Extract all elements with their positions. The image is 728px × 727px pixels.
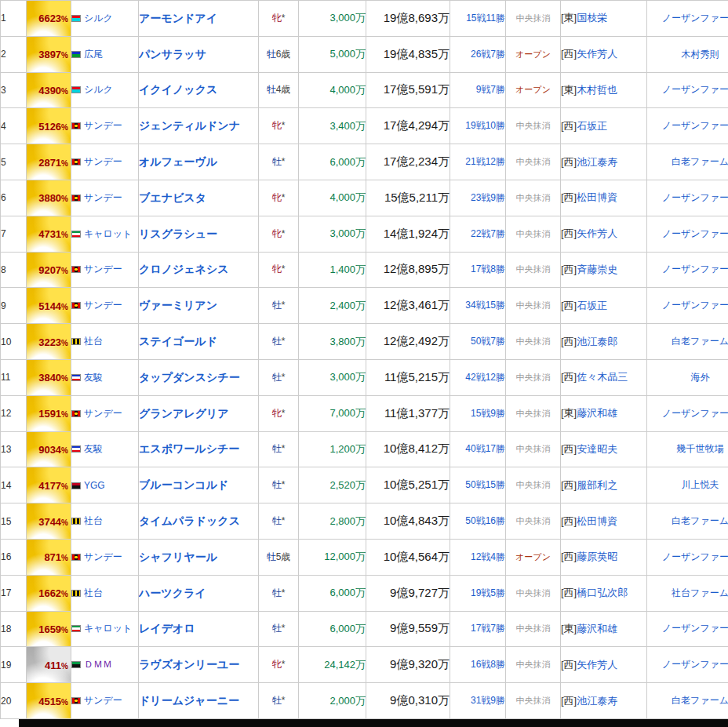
club-link[interactable]: YGG — [84, 480, 105, 491]
club-link[interactable]: サンデー — [84, 192, 122, 203]
record-link[interactable]: 17戦7勝 — [471, 623, 505, 634]
club-link[interactable]: サンデー — [84, 551, 122, 562]
horse-link[interactable]: パンサラッサ — [139, 48, 206, 60]
horse-link[interactable]: イクイノックス — [139, 83, 217, 96]
trainer-link[interactable]: 石坂正 — [577, 300, 607, 311]
horse-link[interactable]: ステイゴールド — [139, 335, 217, 347]
club-link[interactable]: キャロット — [84, 623, 132, 634]
horse-link[interactable]: ヴァーミリアン — [139, 299, 217, 311]
record-link[interactable]: 21戦12勝 — [465, 156, 505, 167]
trainer-link[interactable]: 石坂正 — [577, 120, 607, 132]
club-link[interactable]: サンデー — [84, 156, 122, 167]
record-link[interactable]: 15戦11勝 — [466, 13, 505, 24]
trainer-link[interactable]: 松田博資 — [577, 191, 617, 203]
horse-link[interactable]: エスポワールシチー — [139, 442, 239, 455]
horse-link[interactable]: グランアレグリア — [139, 407, 229, 420]
farm-link[interactable]: ノーザンファーム — [662, 623, 728, 634]
horse-link[interactable]: ドリームジャーニー — [139, 694, 239, 707]
club-link[interactable]: 社台 — [84, 515, 103, 526]
record-link[interactable]: 40戦17勝 — [465, 443, 505, 454]
farm-link[interactable]: ノーザンファーム — [662, 84, 728, 95]
farm-link[interactable]: 社台ファーム — [672, 587, 728, 598]
trainer-link[interactable]: 藤原英昭 — [577, 551, 617, 562]
record-link[interactable]: 34戦15勝 — [465, 300, 505, 311]
farm-link[interactable]: ノーザンファーム — [662, 192, 728, 203]
farm-link[interactable]: ノーザンファーム — [662, 120, 728, 131]
trainer-link[interactable]: 橋口弘次郎 — [577, 587, 628, 598]
farm-link[interactable]: ノーザンファーム — [662, 408, 728, 419]
horse-link[interactable]: クロノジェネシス — [139, 263, 229, 275]
trainer-link[interactable]: 池江泰郎 — [577, 336, 617, 347]
record-link[interactable]: 12戦4勝 — [471, 551, 505, 562]
trainer-link[interactable]: 服部利之 — [577, 479, 617, 491]
farm-link[interactable]: 白老ファーム — [672, 515, 728, 526]
farm-link[interactable]: ノーザンファーム — [662, 300, 728, 311]
farm-link[interactable]: 幾千世牧場 — [677, 443, 724, 454]
trainer-link[interactable]: 佐々木晶三 — [577, 371, 628, 383]
record-link[interactable]: 26戦7勝 — [471, 49, 505, 60]
trainer-link[interactable]: 松田博資 — [577, 515, 617, 527]
trainer-link[interactable]: 池江泰寿 — [577, 695, 617, 707]
horse-link[interactable]: タップダンスシチー — [139, 371, 240, 383]
club-link[interactable]: 友駿 — [84, 372, 103, 383]
club-link[interactable]: 社台 — [84, 587, 103, 598]
club-link[interactable]: キャロット — [84, 228, 132, 239]
club-link[interactable]: 広尾 — [84, 49, 103, 60]
trainer-link[interactable]: 矢作芳人 — [577, 227, 617, 239]
horse-link[interactable]: ブルーコンコルド — [139, 478, 228, 491]
trainer-link[interactable]: 池江泰寿 — [577, 156, 617, 168]
record-link[interactable]: 22戦7勝 — [471, 228, 505, 239]
trainer-link[interactable]: 矢作芳人 — [577, 659, 617, 671]
farm-link[interactable]: ノーザンファーム — [662, 264, 728, 274]
farm-link[interactable]: ノーザンファーム — [662, 659, 728, 670]
club-link[interactable]: サンデー — [84, 695, 122, 706]
horse-link[interactable]: レイデオロ — [139, 622, 195, 634]
record-link[interactable]: 15戦9勝 — [471, 408, 505, 419]
record-link[interactable]: 23戦9勝 — [471, 192, 505, 203]
farm-link[interactable]: 海外 — [691, 372, 710, 383]
record-link[interactable]: 50戦16勝 — [465, 515, 505, 526]
horse-link[interactable]: リスグラシュー — [139, 227, 217, 240]
horse-link[interactable]: タイムパラドックス — [139, 514, 240, 527]
record-link[interactable]: 16戦8勝 — [471, 659, 505, 670]
trainer-link[interactable]: 安達昭夫 — [577, 443, 617, 455]
club-link[interactable]: サンデー — [84, 300, 122, 311]
trainer-link[interactable]: 国枝栄 — [577, 12, 607, 24]
club-link[interactable]: ＤＭＭ — [84, 659, 112, 670]
club-link[interactable]: シルク — [84, 13, 113, 24]
trainer-link[interactable]: 藤沢和雄 — [577, 407, 617, 419]
club-link[interactable]: サンデー — [84, 120, 122, 131]
farm-link[interactable]: 白老ファーム — [672, 156, 728, 167]
horse-link[interactable]: シャフリヤール — [139, 551, 217, 563]
horse-link[interactable]: オルフェーヴル — [139, 155, 217, 168]
record-link[interactable]: 19戦5勝 — [471, 587, 505, 598]
horse-link[interactable]: ハーツクライ — [139, 587, 206, 599]
record-link[interactable]: 42戦12勝 — [465, 372, 505, 383]
club-link[interactable]: サンデー — [84, 264, 122, 274]
farm-link[interactable]: 白老ファーム — [672, 695, 728, 706]
horse-link[interactable]: ブエナビスタ — [139, 191, 206, 204]
record-link[interactable]: 17戦8勝 — [471, 264, 505, 274]
farm-link[interactable]: 川上悦夫 — [682, 479, 719, 490]
horse-link[interactable]: ジェンティルドンナ — [139, 119, 240, 132]
club-link[interactable]: 友駿 — [84, 443, 103, 454]
record-link[interactable]: 50戦7勝 — [471, 336, 505, 347]
farm-link[interactable]: ノーザンファーム — [662, 13, 728, 24]
club-link[interactable]: サンデー — [84, 408, 122, 419]
farm-link[interactable]: 白老ファーム — [672, 336, 728, 347]
farm-link[interactable]: ノーザンファーム — [662, 228, 728, 239]
trainer-link[interactable]: 矢作芳人 — [577, 48, 617, 60]
horse-link[interactable]: アーモンドアイ — [139, 12, 217, 24]
trainer-link[interactable]: 木村哲也 — [577, 84, 617, 96]
record-link[interactable]: 50戦15勝 — [465, 479, 505, 490]
record-link[interactable]: 19戦10勝 — [465, 120, 505, 131]
club-link[interactable]: 社台 — [84, 336, 103, 347]
club-link[interactable]: シルク — [84, 84, 113, 95]
record-link[interactable]: 9戦7勝 — [476, 84, 505, 95]
trainer-link[interactable]: 藤沢和雄 — [577, 623, 617, 634]
trainer-link[interactable]: 斉藤崇史 — [577, 264, 617, 275]
record-link[interactable]: 31戦9勝 — [471, 695, 505, 706]
farm-link[interactable]: 木村秀則 — [682, 49, 719, 60]
farm-link[interactable]: ノーザンファーム — [662, 551, 728, 562]
horse-link[interactable]: ラヴズオンリーユー — [139, 658, 239, 671]
